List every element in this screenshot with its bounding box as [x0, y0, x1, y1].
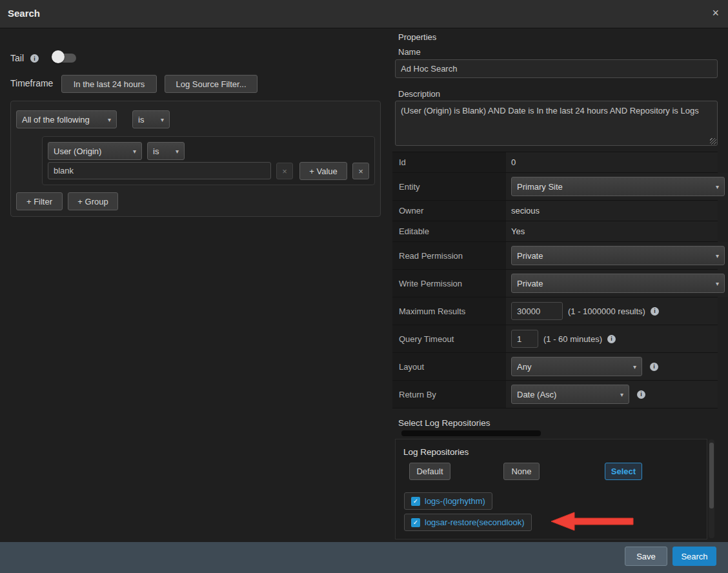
- row-value: 0: [511, 157, 516, 167]
- filter-condition-value: is: [153, 146, 159, 156]
- return-by-value: Date (Asc): [517, 390, 556, 399]
- table-row: Editable Yes: [392, 221, 718, 242]
- chevron-down-icon: ▾: [709, 252, 719, 259]
- row-label: Editable: [392, 221, 506, 241]
- row-label: Entity: [392, 173, 506, 200]
- checkbox-checked-icon[interactable]: ✓: [411, 518, 420, 527]
- name-label: Name: [398, 47, 421, 57]
- checkbox-checked-icon[interactable]: ✓: [411, 497, 420, 506]
- properties-title: Properties: [398, 32, 436, 42]
- table-row: Layout Any ▾ i: [392, 353, 718, 381]
- select-button[interactable]: Select: [605, 463, 642, 480]
- table-row: Id 0: [392, 152, 718, 173]
- read-permission-dropdown[interactable]: Private ▾: [511, 246, 725, 265]
- info-icon[interactable]: i: [607, 335, 616, 343]
- none-button[interactable]: None: [503, 463, 540, 480]
- query-timeout-input[interactable]: [511, 330, 538, 348]
- query-timeout-hint: (1 - 60 minutes): [543, 334, 602, 344]
- return-by-dropdown[interactable]: Date (Asc) ▾: [511, 385, 629, 404]
- search-button[interactable]: Search: [672, 547, 716, 566]
- row-value: Yes: [511, 226, 525, 236]
- save-button[interactable]: Save: [625, 547, 667, 566]
- filter-condition-dropdown[interactable]: is ▾: [147, 142, 185, 160]
- annotation-arrow: [549, 511, 635, 532]
- repository-label: logsar-restore(secondlook): [425, 518, 525, 527]
- select-log-repositories-label: Select Log Repositories: [398, 418, 490, 428]
- filter-group-box: All of the following ▾ is ▾ User (Origin…: [10, 101, 381, 217]
- table-row: Write Permission Private ▾: [392, 270, 718, 297]
- dialog-title: Search: [8, 8, 40, 19]
- chevron-down-icon: ▾: [709, 280, 719, 287]
- row-label: Layout: [392, 353, 506, 380]
- info-icon[interactable]: i: [650, 363, 658, 371]
- table-row: Owner secious: [392, 201, 718, 221]
- resize-grip-icon[interactable]: [710, 138, 716, 145]
- vertical-scrollbar-thumb[interactable]: [709, 443, 714, 508]
- filter-field-dropdown[interactable]: User (Origin) ▾: [48, 142, 142, 160]
- log-repositories-title: Log Repositories: [403, 447, 469, 457]
- layout-dropdown[interactable]: Any ▾: [511, 357, 642, 376]
- filter-field-value: User (Origin): [54, 146, 101, 156]
- table-row: Entity Primary Site ▾: [392, 173, 718, 201]
- tail-label: Tail: [10, 53, 24, 63]
- description-label: Description: [398, 89, 440, 99]
- table-row: Read Permission Private ▾: [392, 242, 718, 270]
- chevron-down-icon: ▾: [709, 183, 719, 190]
- chevron-down-icon: ▾: [101, 116, 111, 123]
- horizontal-scrollbar-thumb[interactable]: [401, 430, 541, 436]
- row-label: Read Permission: [392, 242, 506, 269]
- row-label: Maximum Results: [392, 297, 506, 325]
- vertical-scrollbar[interactable]: [709, 439, 714, 538]
- search-dialog: Search × Tail i Timeframe In the last 24…: [0, 0, 728, 573]
- group-condition-value: is: [138, 115, 144, 125]
- repository-item[interactable]: ✓ logsar-restore(secondlook): [404, 514, 532, 531]
- info-icon[interactable]: i: [637, 390, 645, 399]
- maximum-results-input[interactable]: [511, 302, 563, 320]
- name-input[interactable]: [395, 59, 718, 78]
- dialog-titlebar: Search ×: [0, 0, 728, 28]
- row-label: Owner: [392, 201, 506, 221]
- group-operator-value: All of the following: [22, 115, 90, 125]
- table-row: Maximum Results (1 - 1000000 results) i: [392, 297, 718, 325]
- chevron-down-icon: ▾: [169, 148, 179, 155]
- log-source-filter-button[interactable]: Log Source Filter...: [165, 75, 258, 93]
- tail-info-icon[interactable]: i: [30, 54, 39, 63]
- chevron-down-icon: ▾: [154, 116, 164, 123]
- group-condition-dropdown[interactable]: is ▾: [132, 110, 170, 128]
- chevron-down-icon: ▾: [126, 148, 136, 155]
- properties-table: Id 0 Entity Primary Site ▾ Owner secious…: [392, 152, 718, 408]
- layout-value: Any: [517, 362, 531, 372]
- chevron-down-icon: ▾: [614, 391, 623, 398]
- clear-value-button[interactable]: ×: [276, 163, 293, 179]
- description-textarea[interactable]: (User (Origin) is Blank) AND Date is In …: [395, 101, 718, 146]
- filter-rule-box: User (Origin) ▾ is ▾ × + Value ×: [42, 136, 375, 185]
- entity-dropdown[interactable]: Primary Site ▾: [511, 177, 725, 196]
- tail-toggle[interactable]: [52, 52, 77, 65]
- repository-item[interactable]: ✓ logs-(logrhythm): [404, 492, 492, 510]
- maximum-results-hint: (1 - 1000000 results): [568, 307, 645, 316]
- repository-label: logs-(logrhythm): [425, 496, 485, 506]
- row-label: Return By: [392, 381, 506, 408]
- timeframe-label: Timeframe: [10, 78, 53, 88]
- default-button[interactable]: Default: [409, 463, 450, 480]
- timeframe-range-button[interactable]: In the last 24 hours: [61, 75, 157, 93]
- row-label: Query Timeout: [392, 325, 506, 352]
- toggle-knob[interactable]: [52, 50, 65, 63]
- write-permission-dropdown[interactable]: Private ▾: [511, 274, 725, 293]
- info-icon[interactable]: i: [651, 307, 659, 316]
- row-label: Write Permission: [392, 270, 506, 297]
- remove-filter-button[interactable]: ×: [352, 163, 369, 179]
- add-group-button[interactable]: + Group: [68, 192, 118, 210]
- dialog-footer: Save Search: [0, 542, 728, 573]
- add-value-button[interactable]: + Value: [299, 162, 347, 180]
- add-filter-button[interactable]: + Filter: [16, 192, 63, 210]
- entity-value: Primary Site: [517, 182, 563, 192]
- table-row: Return By Date (Asc) ▾ i: [392, 381, 718, 408]
- close-icon[interactable]: ×: [712, 6, 719, 19]
- row-value: secious: [511, 206, 540, 216]
- read-permission-value: Private: [517, 251, 543, 261]
- group-operator-dropdown[interactable]: All of the following ▾: [16, 110, 117, 128]
- filter-value-input[interactable]: [48, 162, 271, 179]
- write-permission-value: Private: [517, 279, 543, 288]
- table-row: Query Timeout (1 - 60 minutes) i: [392, 325, 718, 353]
